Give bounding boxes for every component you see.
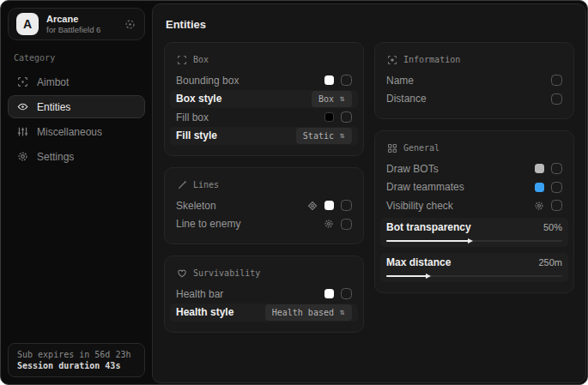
panel-information: Information Name Distance [374, 42, 574, 119]
setting-label: Max distance [386, 256, 451, 268]
chevron-updown-icon: ⇅ [340, 131, 345, 140]
bounding-box-checkbox[interactable] [341, 75, 352, 86]
sidebar-item-label: Aimbot [37, 76, 69, 88]
setting-row: Fill box [176, 108, 352, 127]
panel-lines: Lines Skeleton [164, 167, 364, 244]
setting-label: Draw teammates [386, 181, 464, 193]
panel-title: General [403, 143, 439, 153]
setting-label: Health style [176, 306, 233, 318]
setting-row-slider: Bot transparency 50% [380, 218, 568, 247]
visibility-check-checkbox[interactable] [551, 200, 562, 211]
slider-thumb-icon[interactable] [426, 274, 431, 279]
max-distance-slider[interactable] [386, 275, 562, 277]
slider-thumb-icon[interactable] [468, 238, 473, 244]
health-style-dropdown[interactable]: Health based ⇅ [265, 304, 352, 321]
setting-row: Fill style Static ⇅ [170, 127, 358, 146]
setting-row: Draw BOTs [386, 159, 562, 178]
heart-icon [176, 268, 187, 279]
dropdown-value: Health based [272, 308, 334, 317]
line-icon [176, 179, 187, 190]
setting-row: Visibility check [386, 196, 562, 215]
sub-expiry-text: Sub expires in 56d 23h [17, 350, 136, 359]
category-label: Category [14, 53, 139, 63]
fill-style-dropdown[interactable]: Static ⇅ [296, 128, 352, 144]
eye-icon [16, 101, 28, 113]
panel-survivability: Survivability Health bar Health style [164, 256, 364, 333]
setting-label: Fill box [176, 111, 209, 123]
panel-box: Box Bounding box Box style Box [164, 42, 364, 156]
main-content: Entities Box Bounding box [152, 3, 586, 383]
setting-row: Draw teammates [386, 178, 562, 197]
sync-icon[interactable] [123, 17, 136, 31]
color-swatch[interactable] [324, 75, 334, 85]
setting-row-slider: Max distance 250m [380, 253, 568, 282]
draw-bots-checkbox[interactable] [551, 163, 562, 174]
distance-checkbox[interactable] [551, 93, 562, 105]
page-title: Entities [166, 18, 573, 31]
sidebar-item-label: Entities [37, 101, 70, 113]
sidebar-item-label: Settings [37, 151, 74, 163]
box-style-dropdown[interactable]: Box ⇅ [312, 91, 352, 107]
sidebar-item-aimbot[interactable]: Aimbot [8, 70, 145, 93]
line-to-enemy-checkbox[interactable] [341, 219, 352, 230]
setting-label: Bounding box [176, 75, 239, 87]
panel-title: Survivability [193, 268, 260, 278]
setting-row: Health style Health based ⇅ [170, 304, 358, 322]
gear-icon [16, 151, 28, 163]
grid-icon [386, 142, 397, 153]
setting-label: Health bar [176, 288, 223, 300]
information-icon [386, 54, 397, 65]
chevron-updown-icon: ⇅ [340, 308, 345, 316]
bot-transparency-slider[interactable] [386, 240, 562, 242]
brand-text: Arcane for Battlefield 6 [46, 14, 100, 34]
setting-label: Line to enemy [176, 218, 240, 230]
panel-title: Lines [193, 180, 219, 189]
session-duration-text: Session duration 43s [17, 361, 136, 370]
color-swatch[interactable] [535, 164, 544, 173]
setting-label: Bot transparency [386, 221, 471, 233]
setting-label: Skeleton [176, 200, 216, 212]
name-checkbox[interactable] [551, 75, 562, 86]
subscription-card: Sub expires in 56d 23h Session duration … [8, 343, 145, 377]
color-swatch[interactable] [324, 112, 334, 122]
setting-row: Box style Box ⇅ [170, 90, 358, 109]
app-subtitle: for Battlefield 6 [46, 25, 100, 34]
sliders-icon [16, 126, 28, 138]
app-window: A Arcane for Battlefield 6 Category [0, 0, 588, 385]
color-swatch[interactable] [324, 201, 334, 210]
setting-label: Visibility check [386, 200, 453, 212]
panel-general: General Draw BOTs Draw teammates [374, 130, 574, 293]
panel-title: Information [403, 55, 460, 64]
setting-row: Name [386, 71, 562, 90]
slider-value: 250m [538, 257, 562, 268]
fill-box-checkbox[interactable] [341, 111, 352, 123]
skeleton-checkbox[interactable] [341, 200, 352, 211]
health-bar-checkbox[interactable] [341, 288, 352, 299]
setting-row: Health bar [176, 285, 352, 304]
chevron-updown-icon: ⇅ [340, 94, 345, 103]
setting-label: Draw BOTs [386, 163, 439, 175]
eye-icon[interactable] [306, 200, 318, 211]
brand-card: A Arcane for Battlefield 6 [8, 8, 145, 40]
sidebar-item-entities[interactable]: Entities [8, 95, 145, 118]
sidebar-nav: Aimbot Entities Miscellaneous [8, 70, 145, 168]
setting-row: Line to enemy [176, 215, 352, 234]
setting-row: Skeleton [176, 196, 352, 215]
color-swatch[interactable] [324, 289, 334, 298]
gear-icon[interactable] [323, 219, 334, 230]
sidebar-item-settings[interactable]: Settings [8, 145, 145, 168]
app-logo: A [16, 13, 39, 35]
slider-value: 50% [543, 222, 562, 232]
setting-label: Name [386, 75, 414, 87]
setting-label: Fill style [176, 129, 217, 141]
draw-teammates-checkbox[interactable] [551, 182, 562, 193]
dropdown-value: Static [303, 131, 334, 141]
app-title: Arcane [46, 14, 100, 24]
setting-label: Box style [176, 93, 221, 105]
sidebar-item-label: Miscellaneous [37, 126, 102, 138]
sidebar-item-miscellaneous[interactable]: Miscellaneous [8, 120, 145, 143]
setting-row: Distance [386, 90, 562, 109]
color-swatch[interactable] [535, 183, 544, 192]
panel-title: Box [193, 55, 209, 64]
gear-icon[interactable] [533, 200, 544, 211]
